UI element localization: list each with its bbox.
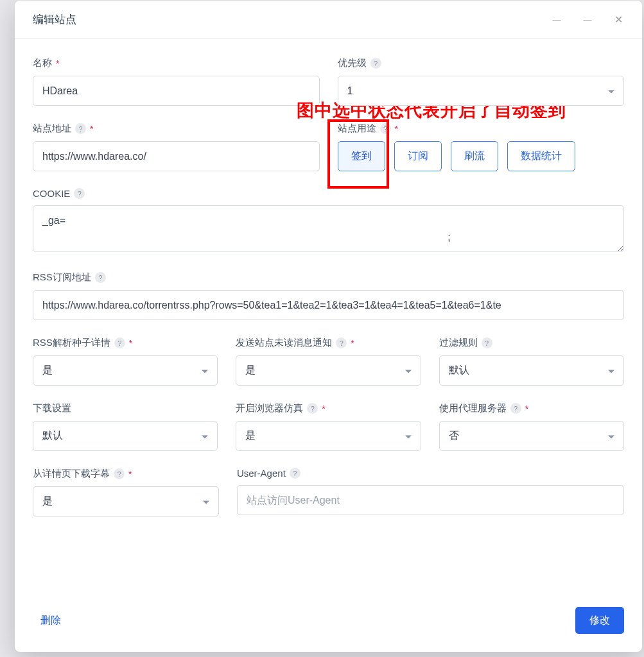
rss-url-group: RSS订阅地址 ? xyxy=(33,271,624,320)
usage-brush-button[interactable]: 刷流 xyxy=(451,141,498,171)
required-marker: * xyxy=(525,404,528,414)
user-agent-label: User-Agent xyxy=(237,468,286,479)
filter-rule-group: 过滤规则 ? xyxy=(439,337,624,386)
send-notify-label: 发送站点未读消息通知 xyxy=(236,337,332,349)
site-usage-label: 站点用途 xyxy=(338,123,376,135)
download-setting-group: 下载设置 xyxy=(33,402,218,451)
help-icon[interactable]: ? xyxy=(370,58,381,69)
rss-parse-select[interactable] xyxy=(33,355,218,386)
usage-stats-button[interactable]: 数据统计 xyxy=(507,141,575,171)
download-subtitle-select[interactable] xyxy=(33,486,219,516)
required-marker: * xyxy=(395,124,398,134)
maximize-icon[interactable] xyxy=(582,14,593,26)
browser-emu-label: 开启浏览器仿真 xyxy=(236,402,303,414)
rss-parse-label: RSS解析种子详情 xyxy=(33,337,110,349)
rss-url-label: RSS订阅地址 xyxy=(33,271,91,284)
user-agent-group: User-Agent ? xyxy=(237,468,624,516)
rss-url-input[interactable] xyxy=(33,290,624,320)
download-setting-label: 下载设置 xyxy=(33,402,71,414)
priority-label: 优先级 xyxy=(338,57,367,69)
site-usage-group: 站点用途 ? * 签到 订阅 刷流 数据统计 xyxy=(338,123,625,171)
usage-signin-button[interactable]: 签到 xyxy=(338,141,385,171)
name-input[interactable] xyxy=(33,76,320,106)
required-marker: * xyxy=(90,124,93,134)
modal-body: 图中选中状态代表开启了自动签到 名称 * 优先级 ? xyxy=(15,39,642,595)
priority-select[interactable] xyxy=(338,76,625,106)
rss-parse-group: RSS解析种子详情 ? * xyxy=(33,337,218,386)
use-proxy-label: 使用代理服务器 xyxy=(439,402,507,414)
use-proxy-select[interactable] xyxy=(439,421,624,451)
help-icon[interactable]: ? xyxy=(510,403,521,414)
usage-subscribe-button[interactable]: 订阅 xyxy=(394,141,442,171)
help-icon[interactable]: ? xyxy=(95,272,106,283)
download-setting-select[interactable] xyxy=(33,421,218,451)
site-url-group: 站点地址 ? * xyxy=(33,123,320,171)
download-subtitle-label: 从详情页下载字幕 xyxy=(33,468,110,480)
browser-emu-select[interactable] xyxy=(236,421,421,451)
use-proxy-group: 使用代理服务器 ? * xyxy=(439,402,624,451)
required-marker: * xyxy=(128,469,132,479)
modal-footer: 删除 修改 xyxy=(15,595,642,652)
cookie-textarea[interactable] xyxy=(33,205,624,252)
name-group: 名称 * xyxy=(33,57,320,106)
cookie-group: COOKIE ? xyxy=(33,188,624,255)
download-subtitle-group: 从详情页下载字幕 ? * xyxy=(33,468,219,516)
required-marker: * xyxy=(351,338,354,348)
help-icon[interactable]: ? xyxy=(114,468,125,479)
delete-button[interactable]: 删除 xyxy=(33,610,69,631)
required-marker: * xyxy=(322,404,325,414)
required-marker: * xyxy=(56,58,59,69)
send-notify-group: 发送站点未读消息通知 ? * xyxy=(236,337,421,386)
minimize-icon[interactable] xyxy=(551,14,562,26)
modal-header: 编辑站点 xyxy=(15,1,642,39)
modal-title: 编辑站点 xyxy=(33,12,76,27)
help-icon[interactable]: ? xyxy=(114,337,125,348)
browser-emu-group: 开启浏览器仿真 ? * xyxy=(236,402,421,451)
help-icon[interactable]: ? xyxy=(336,337,347,348)
filter-rule-label: 过滤规则 xyxy=(439,337,478,349)
help-icon[interactable]: ? xyxy=(307,403,318,414)
filter-rule-select[interactable] xyxy=(439,355,624,386)
required-marker: * xyxy=(129,338,132,348)
site-url-input[interactable] xyxy=(33,141,320,171)
help-icon[interactable]: ? xyxy=(290,468,300,479)
close-icon[interactable] xyxy=(613,14,624,26)
edit-site-modal: 编辑站点 图中选中状态代表开启了自动签到 名称 * 优先级 ? xyxy=(15,1,642,652)
send-notify-select[interactable] xyxy=(236,355,421,386)
site-url-label: 站点地址 xyxy=(33,123,71,135)
name-label: 名称 xyxy=(33,57,52,69)
help-icon[interactable]: ? xyxy=(380,123,391,134)
priority-group: 优先级 ? xyxy=(338,57,625,106)
site-usage-buttons: 签到 订阅 刷流 数据统计 xyxy=(338,141,625,171)
help-icon[interactable]: ? xyxy=(482,337,492,348)
help-icon[interactable]: ? xyxy=(74,188,85,199)
help-icon[interactable]: ? xyxy=(75,123,86,134)
save-button[interactable]: 修改 xyxy=(575,607,624,634)
user-agent-input[interactable] xyxy=(237,485,624,515)
cookie-label: COOKIE xyxy=(33,188,70,199)
window-controls xyxy=(551,14,624,26)
